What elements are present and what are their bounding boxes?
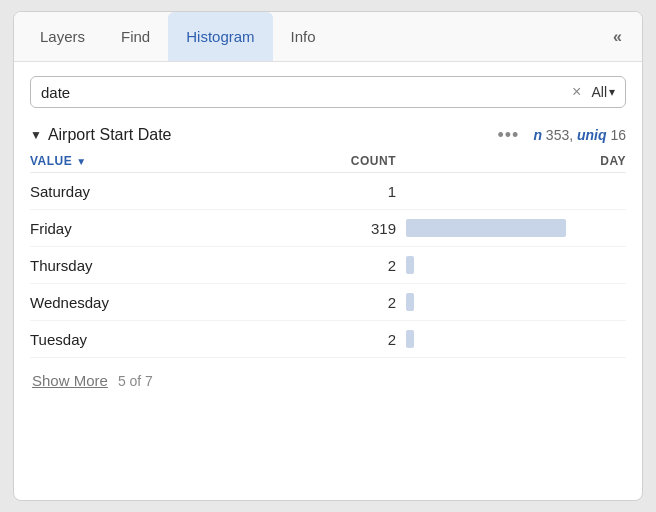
filter-arrow-icon: ▾ xyxy=(609,85,615,99)
table-row: Thursday 2 xyxy=(30,247,626,284)
table-row: Saturday 1 xyxy=(30,173,626,210)
filter-dropdown[interactable]: All ▾ xyxy=(591,84,615,100)
section-title: Airport Start Date xyxy=(48,126,498,144)
row-count: 319 xyxy=(326,220,406,237)
row-value: Wednesday xyxy=(30,294,326,311)
n-uniq-display: n 353, uniq 16 xyxy=(533,127,626,143)
table-row: Wednesday 2 xyxy=(30,284,626,321)
col-header-day: DAY xyxy=(406,154,626,168)
section-toggle-icon[interactable]: ▼ xyxy=(30,128,42,142)
row-value: Saturday xyxy=(30,183,326,200)
row-value: Tuesday xyxy=(30,331,326,348)
table-row: Friday 319 xyxy=(30,210,626,247)
row-bar xyxy=(406,219,626,237)
row-count: 2 xyxy=(326,257,406,274)
sort-arrow-icon: ▼ xyxy=(76,156,86,167)
search-bar: × All ▾ xyxy=(30,76,626,108)
tab-info[interactable]: Info xyxy=(273,12,334,61)
table-row: Tuesday 2 xyxy=(30,321,626,358)
tab-layers[interactable]: Layers xyxy=(22,12,103,61)
n-label: n xyxy=(533,127,542,143)
n-value: 353 xyxy=(546,127,569,143)
row-value: Friday xyxy=(30,220,326,237)
row-count: 1 xyxy=(326,183,406,200)
collapse-button[interactable]: « xyxy=(601,20,634,54)
column-headers: VALUE ▼ COUNT DAY xyxy=(30,148,626,173)
row-count: 2 xyxy=(326,331,406,348)
show-more-button[interactable]: Show More xyxy=(32,372,108,389)
filter-label: All xyxy=(591,84,607,100)
tab-bar: Layers Find Histogram Info « xyxy=(14,12,642,62)
show-more-row: Show More 5 of 7 xyxy=(30,358,626,399)
row-bar xyxy=(406,182,626,200)
tab-histogram[interactable]: Histogram xyxy=(168,12,272,61)
data-table: VALUE ▼ COUNT DAY Saturday 1 Friday 319 … xyxy=(14,148,642,500)
search-input[interactable] xyxy=(41,84,572,101)
clear-icon[interactable]: × xyxy=(572,83,581,101)
tab-find[interactable]: Find xyxy=(103,12,168,61)
row-count: 2 xyxy=(326,294,406,311)
uniq-label: uniq xyxy=(577,127,607,143)
col-header-count: COUNT xyxy=(326,154,406,168)
options-dots-button[interactable]: ••• xyxy=(497,126,519,144)
show-more-count: 5 of 7 xyxy=(118,373,153,389)
histogram-panel: Layers Find Histogram Info « × All ▾ ▼ A… xyxy=(13,11,643,501)
row-bar xyxy=(406,256,626,274)
row-value: Thursday xyxy=(30,257,326,274)
uniq-value: 16 xyxy=(610,127,626,143)
row-bar xyxy=(406,330,626,348)
section-meta: ••• n 353, uniq 16 xyxy=(497,126,626,144)
section-header: ▼ Airport Start Date ••• n 353, uniq 16 xyxy=(14,116,642,148)
col-header-value[interactable]: VALUE ▼ xyxy=(30,154,326,168)
row-bar xyxy=(406,293,626,311)
